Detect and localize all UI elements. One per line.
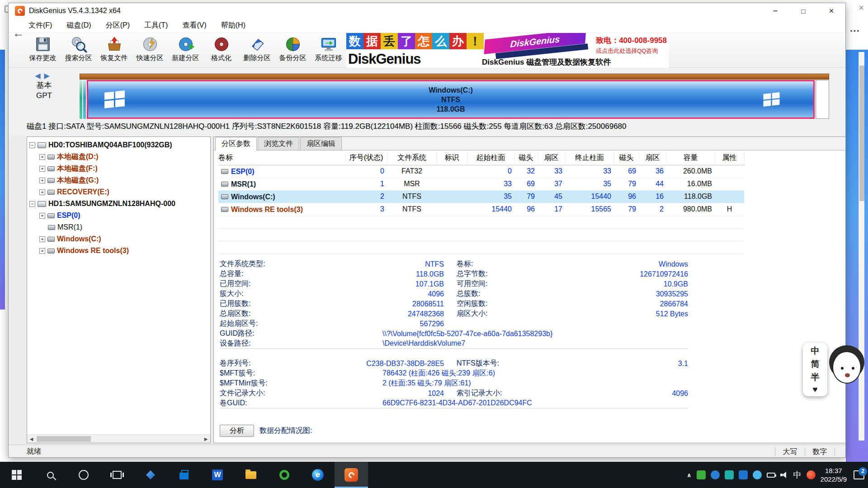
quick-partition-button[interactable]: 快速分区 <box>132 33 168 67</box>
power-icon[interactable] <box>767 473 775 478</box>
table-row[interactable]: Windows RE tools(3)3NTFS1544096171556579… <box>218 203 744 216</box>
expander-icon[interactable]: + <box>39 213 45 219</box>
re-tools-partition-block[interactable] <box>816 80 829 119</box>
tray-icon-teal[interactable] <box>725 470 734 479</box>
browser-back-icon[interactable]: ← <box>13 26 24 40</box>
disk-icon <box>38 142 46 148</box>
ad-banner[interactable]: 数据丢了怎么办！ DiskGenius DiskGenius DiskGeniu… <box>346 33 669 68</box>
tree-item[interactable]: +RECOVERY(E:) <box>27 186 210 198</box>
banner-qq-link[interactable]: 或点击此处选择QQ咨询 <box>596 47 667 55</box>
tree-item[interactable]: MSR(1) <box>27 221 210 233</box>
delete-partition-button[interactable]: 删除分区 <box>239 33 275 67</box>
new-partition-button[interactable]: 新建分区 <box>168 33 203 67</box>
taskbar-search-button[interactable] <box>33 462 67 488</box>
taskbar-app-1[interactable] <box>134 462 167 488</box>
taskbar-app-diskgenius[interactable] <box>335 462 368 488</box>
expander-icon[interactable]: + <box>39 178 45 183</box>
tree-item[interactable]: +Windows RE tools(3) <box>27 245 210 257</box>
next-disk-icon[interactable]: ▶ <box>44 72 53 80</box>
taskbar-clock[interactable]: 18:37 2022/5/9 <box>821 466 847 483</box>
expander-icon[interactable]: + <box>39 248 45 254</box>
tab-0[interactable]: 分区参数 <box>215 137 257 150</box>
expander-icon[interactable]: + <box>39 189 45 195</box>
system-migration-button[interactable]: 系统迁移 <box>311 33 346 67</box>
taskbar-app-store[interactable] <box>167 462 201 488</box>
tree-item-label: HD0:TOSHIBAMQ04ABF100(932GB) <box>48 141 172 149</box>
column-header[interactable]: 属性 <box>715 151 744 165</box>
column-header[interactable]: 文件系统 <box>387 151 437 165</box>
task-view-button[interactable] <box>100 462 134 488</box>
format-button[interactable]: 格式化 <box>203 33 239 67</box>
cortana-button[interactable] <box>67 462 100 488</box>
menu-item-0[interactable]: 文件(F) <box>21 19 59 33</box>
tree-item[interactable]: −HD1:SAMSUNGMZNLN128HAHQ-000 <box>27 198 210 210</box>
tray-expand-icon[interactable]: ∧ <box>687 472 692 479</box>
expander-icon[interactable]: − <box>29 201 35 207</box>
tree-item[interactable]: +ESP(0) <box>27 210 210 221</box>
tree-item[interactable]: +Windows(C:) <box>27 233 210 245</box>
tab-2[interactable]: 扇区编辑 <box>300 137 342 150</box>
tray-icon-red[interactable] <box>807 470 816 479</box>
scrollbar-thumb[interactable] <box>37 436 91 442</box>
analyze-button[interactable]: 分析 <box>220 425 254 437</box>
prev-disk-icon[interactable]: ◀ <box>35 72 44 80</box>
tree-item[interactable]: +本地磁盘(F:) <box>27 163 210 174</box>
tray-icon-cloud[interactable] <box>739 470 748 479</box>
start-button[interactable] <box>0 462 33 488</box>
esp-partition-strip[interactable] <box>80 80 82 119</box>
expander-icon[interactable]: + <box>39 166 45 172</box>
detail-value: 4096 <box>552 389 688 399</box>
ime-indicator[interactable]: 中 <box>793 469 802 480</box>
tab-1[interactable]: 浏览文件 <box>258 137 299 150</box>
scroll-left-icon[interactable]: ◀ <box>27 436 36 441</box>
column-header[interactable]: 扇区 <box>639 151 666 165</box>
column-header[interactable]: 标识 <box>437 151 467 165</box>
column-header[interactable]: 终止柱面 <box>565 151 614 165</box>
browser-more-icon[interactable]: ··· <box>850 25 860 37</box>
background-close-icon[interactable]: × <box>859 3 864 13</box>
column-header[interactable]: 磁头 <box>614 151 639 165</box>
taskbar-app-edge[interactable]: e <box>301 462 335 488</box>
msr-partition-strip[interactable] <box>83 80 86 119</box>
table-row[interactable]: MSR(1)1MSR33693735794416.0MB <box>218 178 744 190</box>
table-row[interactable]: Windows(C:)2NTFS357945154409616118.0GB <box>218 190 744 203</box>
action-center-icon[interactable]: 2 <box>854 470 864 479</box>
tree-horizontal-scrollbar[interactable]: ◀ ▶ <box>27 434 210 443</box>
column-header[interactable]: 序号(状态) <box>345 151 387 165</box>
scroll-right-icon[interactable]: ▶ <box>202 436 210 441</box>
save-changes-button[interactable]: 保存更改 <box>25 33 61 67</box>
menu-item-2[interactable]: 分区(P) <box>99 19 137 33</box>
tray-icon-blue[interactable] <box>711 470 720 479</box>
windows-c-partition-block[interactable]: Windows(C:) NTFS 118.0GB <box>87 80 815 119</box>
tree-item[interactable]: +本地磁盘(G:) <box>27 174 210 186</box>
menu-item-3[interactable]: 工具(T) <box>137 19 175 33</box>
minimize-button[interactable]: − <box>761 3 789 19</box>
volume-icon[interactable] <box>780 472 788 478</box>
tray-icon-snowflake[interactable] <box>753 470 762 479</box>
taskbar-app-word[interactable]: W <box>201 462 234 488</box>
search-partition-button[interactable]: 搜索分区 <box>61 33 96 67</box>
column-header[interactable]: 磁头 <box>514 151 538 165</box>
recover-files-button[interactable]: 恢复文件 <box>96 33 132 67</box>
tree-item[interactable]: −HD0:TOSHIBAMQ04ABF100(932GB) <box>27 139 210 151</box>
backup-partition-button[interactable]: 备份分区 <box>275 33 311 67</box>
ime-widget[interactable]: 中简半♥ <box>803 343 827 396</box>
expander-icon[interactable]: + <box>39 154 45 160</box>
column-header[interactable]: 容量 <box>666 151 715 165</box>
column-header[interactable]: 起始柱面 <box>467 151 514 165</box>
table-row[interactable]: ESP(0)0FAT3203233336936260.0MB <box>218 165 744 178</box>
tree-item[interactable]: +本地磁盘(D:) <box>27 151 210 163</box>
tray-icon-green[interactable] <box>697 470 706 479</box>
taskbar-app-browser[interactable] <box>268 462 301 488</box>
menu-item-4[interactable]: 查看(V) <box>175 19 213 33</box>
maximize-button[interactable]: □ <box>789 3 817 19</box>
scrollbar-thumb[interactable] <box>859 66 864 201</box>
expander-icon[interactable]: + <box>39 236 45 242</box>
taskbar-file-explorer[interactable] <box>234 462 268 488</box>
menu-item-1[interactable]: 磁盘(D) <box>59 19 98 33</box>
close-button[interactable]: × <box>817 3 845 19</box>
column-header[interactable]: 卷标 <box>218 151 345 165</box>
column-header[interactable]: 扇区 <box>538 151 565 165</box>
expander-icon[interactable]: − <box>29 142 35 148</box>
menu-item-5[interactable]: 帮助(H) <box>214 19 253 33</box>
